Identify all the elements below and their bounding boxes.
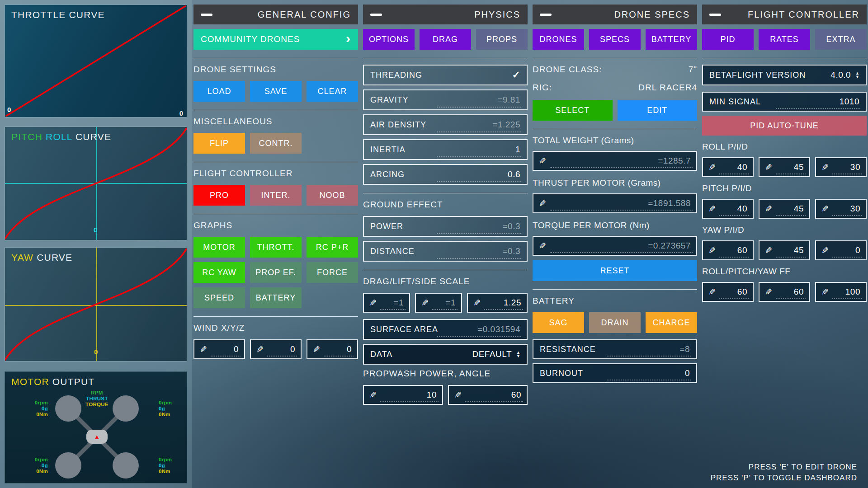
tab-props[interactable]: PROPS bbox=[476, 29, 528, 50]
collapse-icon[interactable] bbox=[709, 14, 721, 16]
roll-p-input[interactable]: ✎ 40 bbox=[702, 157, 754, 177]
controller-button[interactable]: CONTR. bbox=[250, 133, 302, 154]
roll-i-input[interactable]: ✎ 45 bbox=[759, 157, 810, 177]
graph-speed-toggle[interactable]: SPEED bbox=[193, 287, 245, 308]
pitch-i-input[interactable]: ✎ 45 bbox=[759, 199, 810, 219]
tab-pid[interactable]: PID bbox=[702, 29, 754, 50]
dotted-underline bbox=[432, 309, 458, 310]
burnout-field[interactable]: BURNOUT 0 bbox=[533, 363, 697, 383]
community-drones-button[interactable]: COMMUNITY DRONES › bbox=[193, 29, 358, 50]
spinner-icon[interactable]: ▲ ▼ bbox=[516, 351, 520, 358]
yaw-i-value: 45 bbox=[794, 245, 804, 255]
graph-prop-efficiency-toggle[interactable]: PROP EF. bbox=[250, 262, 302, 283]
graph-rc-yaw-toggle[interactable]: RC YAW bbox=[193, 262, 245, 283]
roll-ff-input[interactable]: ✎ 60 bbox=[702, 282, 754, 302]
tab-battery[interactable]: BATTERY bbox=[646, 29, 697, 50]
wind-y-input[interactable]: ✎ 0 bbox=[250, 339, 302, 359]
ground-effect-power-field[interactable]: POWER =0.3 bbox=[363, 216, 528, 237]
surface-area-field[interactable]: SURFACE AREA =0.031594 bbox=[363, 319, 528, 340]
drone-class-row: DRONE CLASS: 7" bbox=[533, 65, 697, 75]
drain-button[interactable]: DRAIN bbox=[589, 312, 641, 333]
flip-button[interactable]: FLIP bbox=[193, 133, 245, 154]
betaflight-version-select[interactable]: BETAFLIGHT VERSION 4.0.0 ▲ ▼ bbox=[702, 65, 867, 85]
clear-button[interactable]: CLEAR bbox=[307, 81, 358, 102]
pitch-p-input[interactable]: ✎ 40 bbox=[702, 199, 754, 219]
gravity-field[interactable]: GRAVITY =9.81 bbox=[363, 89, 528, 110]
yaw-p-input[interactable]: ✎ 60 bbox=[702, 240, 754, 260]
tab-drones[interactable]: DRONES bbox=[533, 29, 584, 50]
propwash-angle-input[interactable]: ✎ 60 bbox=[448, 385, 528, 405]
edit-button[interactable]: EDIT bbox=[618, 100, 698, 121]
graphs-label: GRAPHS bbox=[193, 221, 358, 230]
lift-scale-input[interactable]: ✎ =1 bbox=[415, 293, 462, 313]
curve-title-text: CURVE bbox=[37, 252, 72, 263]
divider bbox=[193, 316, 358, 317]
pro-button[interactable]: PRO bbox=[193, 185, 245, 206]
select-button[interactable]: SELECT bbox=[533, 100, 613, 121]
surface-area-value: =0.031594 bbox=[477, 324, 520, 334]
torque-per-motor-input[interactable]: ✎ =0.273657 bbox=[533, 236, 697, 256]
yaw-i-input[interactable]: ✎ 45 bbox=[759, 240, 810, 260]
save-button[interactable]: SAVE bbox=[250, 81, 302, 102]
ground-effect-distance-field[interactable]: DISTANCE =0.3 bbox=[363, 241, 528, 262]
legend-thrust: THRUST bbox=[73, 396, 121, 402]
pitch-d-input[interactable]: ✎ 30 bbox=[815, 199, 867, 219]
min-signal-field[interactable]: MIN SIGNAL 1010 bbox=[702, 92, 867, 112]
thrust-per-motor-input[interactable]: ✎ =1891.588 bbox=[533, 193, 697, 213]
total-weight-input[interactable]: ✎ =1285.7 bbox=[533, 151, 697, 171]
dotted-underline bbox=[437, 181, 521, 182]
pid-auto-tune-button[interactable]: PID AUTO-TUNE bbox=[702, 116, 867, 136]
sag-button[interactable]: SAG bbox=[533, 312, 584, 333]
flight-controller-header: FLIGHT CONTROLLER bbox=[702, 5, 867, 24]
yaw-ff-input[interactable]: ✎ 100 bbox=[815, 282, 867, 302]
yaw-curve-title: YAW CURVE bbox=[11, 252, 72, 263]
data-value-wrap: DEFAULT ▲ ▼ bbox=[472, 349, 520, 359]
tab-drag[interactable]: DRAG bbox=[420, 29, 471, 50]
graph-throttle-toggle[interactable]: THROTT. bbox=[250, 237, 302, 258]
spinner-icon[interactable]: ▲ ▼ bbox=[855, 71, 859, 79]
graph-motor-toggle[interactable]: MOTOR bbox=[193, 237, 245, 258]
pitch-ff-input[interactable]: ✎ 60 bbox=[759, 282, 810, 302]
drag-scale-input[interactable]: ✎ =1 bbox=[363, 293, 410, 313]
yaw-d-input[interactable]: ✎ 0 bbox=[815, 240, 867, 260]
roll-pitch-yaw-ff-label: ROLL/PITCH/YAW FF bbox=[702, 267, 867, 277]
yaw-axis-zero-label: 0 bbox=[94, 348, 98, 356]
load-button[interactable]: LOAD bbox=[193, 81, 245, 102]
side-scale-input[interactable]: ✎ 1.25 bbox=[467, 293, 528, 313]
threading-checkbox[interactable]: THREADING ✓ bbox=[363, 65, 528, 85]
wind-z-input[interactable]: ✎ 0 bbox=[307, 339, 358, 359]
noob-button[interactable]: NOOB bbox=[307, 185, 358, 206]
charge-button[interactable]: CHARGE bbox=[646, 312, 697, 333]
collapse-icon[interactable] bbox=[201, 14, 212, 16]
spinner-down-icon[interactable]: ▼ bbox=[516, 354, 520, 358]
air-density-field[interactable]: AIR DENSITY =1.225 bbox=[363, 114, 528, 135]
tab-rates[interactable]: RATES bbox=[759, 29, 810, 50]
arcing-field[interactable]: ARCING 0.6 bbox=[363, 164, 528, 185]
dotted-underline bbox=[211, 356, 241, 357]
wind-label: WIND X/Y/Z bbox=[193, 323, 358, 333]
wind-x-input[interactable]: ✎ 0 bbox=[193, 339, 245, 359]
tab-options[interactable]: OPTIONS bbox=[363, 29, 415, 50]
intermediate-button[interactable]: INTER. bbox=[250, 185, 302, 206]
tab-specs[interactable]: SPECS bbox=[589, 29, 641, 50]
tab-extra[interactable]: EXTRA bbox=[815, 29, 867, 50]
reset-button[interactable]: RESET bbox=[533, 260, 697, 281]
graph-force-toggle[interactable]: FORCE bbox=[307, 262, 358, 283]
spinner-down-icon[interactable]: ▼ bbox=[855, 75, 859, 79]
resistance-field[interactable]: RESISTANCE =8 bbox=[533, 339, 697, 359]
inertia-field[interactable]: INERTIA 1 bbox=[363, 139, 528, 160]
divider bbox=[363, 193, 528, 193]
dotted-underline bbox=[437, 336, 521, 337]
roll-d-value: 30 bbox=[850, 162, 860, 172]
collapse-icon[interactable] bbox=[540, 14, 552, 16]
data-select[interactable]: DATA DEFAULT ▲ ▼ bbox=[363, 344, 528, 365]
yaw-ff-value: 100 bbox=[845, 287, 860, 297]
wind-z-value: 0 bbox=[347, 344, 352, 354]
drag-scale-inputs: ✎ =1 ✎ =1 ✎ 1.25 bbox=[363, 293, 528, 313]
burnout-label: BURNOUT bbox=[540, 369, 583, 378]
roll-d-input[interactable]: ✎ 30 bbox=[815, 157, 867, 177]
collapse-icon[interactable] bbox=[370, 14, 382, 16]
propwash-power-input[interactable]: ✎ 10 bbox=[363, 385, 443, 405]
graph-rc-pitch-roll-toggle[interactable]: RC P+R bbox=[307, 237, 358, 258]
graph-battery-toggle[interactable]: BATTERY bbox=[250, 287, 302, 308]
